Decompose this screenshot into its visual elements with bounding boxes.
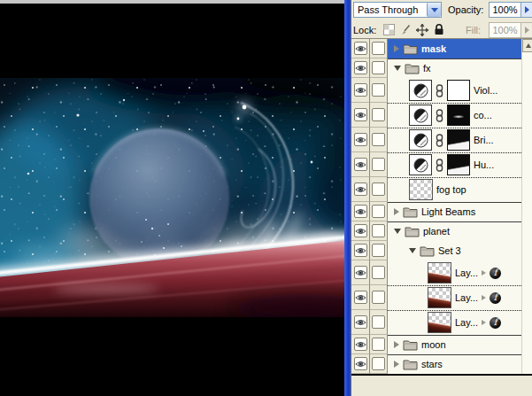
document-canvas[interactable] — [0, 0, 344, 396]
layers-options-bar: Pass Through Opacity: 100% Lock: — [351, 0, 532, 39]
layer-row-fx[interactable]: fx — [351, 58, 521, 78]
visibility-toggle[interactable] — [351, 202, 370, 221]
link-cell[interactable] — [370, 310, 388, 335]
adjustment-layer-row[interactable]: Bri... — [351, 128, 521, 152]
link-mask-icon — [436, 159, 443, 172]
link-mask-icon — [436, 109, 443, 122]
expand-expanded-icon[interactable] — [394, 229, 401, 234]
adjustment-layer-icon[interactable] — [409, 129, 432, 151]
adjustment-layer-row[interactable]: Hu... — [351, 152, 521, 177]
layer-mask-thumbnail[interactable] — [447, 80, 470, 101]
expand-expanded-icon[interactable] — [409, 248, 416, 253]
eye-icon — [355, 185, 366, 194]
visibility-toggle[interactable] — [351, 310, 370, 335]
visibility-toggle[interactable] — [351, 39, 370, 58]
expand-expanded-icon[interactable] — [394, 66, 401, 71]
layer-row-planet[interactable]: planet — [351, 221, 521, 241]
layers-palette: Pass Through Opacity: 100% Lock: — [351, 0, 532, 396]
layer-thumbnail[interactable] — [409, 179, 433, 200]
scroll-up-button[interactable] — [522, 39, 532, 52]
adjustment-layer-icon[interactable] — [409, 154, 432, 175]
lock-pixels-brush-icon[interactable] — [398, 23, 412, 36]
link-cell[interactable] — [370, 285, 388, 310]
visibility-toggle[interactable] — [351, 260, 370, 285]
effects-expand-icon[interactable] — [482, 270, 486, 276]
chevron-down-icon[interactable] — [427, 3, 441, 17]
link-cell[interactable] — [370, 354, 388, 374]
layer-thumbnail[interactable] — [428, 262, 451, 283]
layer-row-fog-top[interactable]: fog top — [351, 177, 521, 202]
folder-icon — [403, 206, 418, 218]
layer-row-set3[interactable]: Set 3 — [351, 241, 521, 260]
layer-mask-thumbnail[interactable] — [447, 154, 470, 175]
visibility-toggle[interactable] — [351, 103, 370, 128]
link-cell[interactable] — [370, 78, 388, 103]
visibility-toggle[interactable] — [351, 221, 370, 241]
layer-row[interactable]: Lay... f — [351, 285, 521, 310]
adjustment-layer-row[interactable]: Viol... — [351, 78, 521, 103]
eye-icon — [355, 111, 366, 120]
expand-collapsed-icon[interactable] — [394, 341, 399, 348]
adjustment-layer-icon[interactable] — [409, 105, 432, 126]
layer-thumbnail[interactable] — [428, 312, 451, 333]
layer-mask-thumbnail[interactable] — [447, 129, 470, 151]
layer-row-mask[interactable]: mask — [351, 39, 521, 58]
layers-scrollbar[interactable] — [521, 39, 532, 374]
link-cell[interactable] — [370, 202, 388, 221]
link-cell[interactable] — [370, 241, 388, 260]
link-cell[interactable] — [370, 335, 388, 354]
folder-icon — [403, 339, 418, 351]
layer-thumbnail[interactable] — [428, 287, 451, 308]
layer-name: planet — [423, 226, 450, 237]
visibility-toggle[interactable] — [351, 58, 370, 78]
effects-expand-icon[interactable] — [482, 295, 486, 300]
lock-position-move-icon[interactable] — [415, 23, 429, 36]
layer-name: Lay... — [455, 268, 478, 278]
visibility-toggle[interactable] — [351, 285, 370, 310]
layer-row-moon[interactable]: moon — [351, 335, 521, 354]
layer-row[interactable]: Lay... f — [351, 310, 521, 335]
lock-label: Lock: — [353, 25, 376, 35]
link-cell[interactable] — [370, 128, 388, 152]
layer-style-f-icon[interactable]: f — [490, 292, 501, 304]
visibility-toggle[interactable] — [351, 78, 370, 103]
opacity-slider-arrow-icon[interactable] — [521, 2, 532, 18]
link-cell[interactable] — [370, 221, 388, 241]
layer-row-light-beams[interactable]: Light Beams — [351, 202, 521, 221]
eye-icon — [355, 268, 366, 277]
link-cell[interactable] — [370, 260, 388, 285]
folder-icon — [403, 43, 418, 55]
layer-row[interactable]: Lay... f — [351, 260, 521, 285]
folder-icon — [405, 63, 420, 74]
blend-mode-select[interactable]: Pass Through — [353, 2, 442, 18]
link-cell[interactable] — [370, 39, 388, 58]
space-artwork — [0, 78, 344, 317]
layer-style-f-icon[interactable]: f — [490, 317, 501, 329]
link-cell[interactable] — [370, 58, 388, 78]
layer-name: Viol... — [474, 85, 497, 96]
visibility-toggle[interactable] — [351, 241, 370, 260]
link-cell[interactable] — [370, 177, 388, 202]
opacity-field[interactable]: 100% — [489, 2, 521, 18]
lock-all-padlock-icon[interactable] — [432, 23, 446, 36]
link-cell[interactable] — [370, 152, 388, 177]
visibility-toggle[interactable] — [351, 354, 370, 374]
layer-mask-thumbnail[interactable] — [447, 105, 470, 126]
expand-collapsed-icon[interactable] — [394, 361, 399, 368]
visibility-toggle[interactable] — [351, 177, 370, 202]
effects-expand-icon[interactable] — [482, 320, 486, 325]
expand-collapsed-icon[interactable] — [394, 208, 399, 215]
link-cell[interactable] — [370, 103, 388, 128]
expand-collapsed-icon[interactable] — [394, 45, 399, 52]
layer-name: co... — [474, 110, 492, 120]
lock-transparency-icon[interactable] — [382, 23, 396, 36]
adjustment-layer-icon[interactable] — [409, 80, 432, 101]
visibility-toggle[interactable] — [351, 128, 370, 152]
folder-icon — [405, 226, 420, 237]
layer-row-stars[interactable]: stars — [351, 354, 521, 374]
layer-style-f-icon[interactable]: f — [490, 268, 501, 279]
visibility-toggle[interactable] — [351, 335, 370, 354]
visibility-toggle[interactable] — [351, 152, 370, 177]
layer-name: Lay... — [455, 292, 478, 303]
adjustment-layer-row[interactable]: co... — [351, 103, 521, 128]
